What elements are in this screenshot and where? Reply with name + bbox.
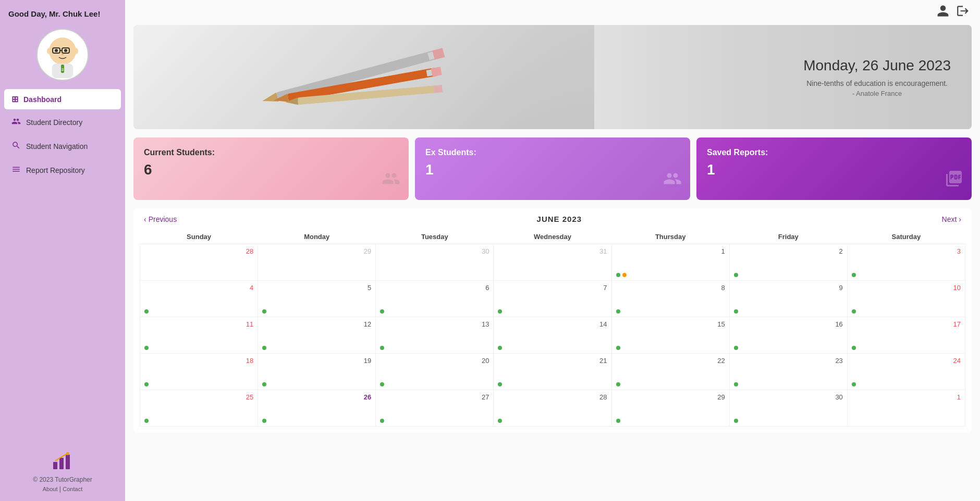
- student-directory-icon: [11, 117, 21, 128]
- calendar-cell[interactable]: 16: [729, 317, 847, 354]
- calendar-cell[interactable]: 1: [611, 244, 729, 281]
- calendar-cell[interactable]: 31: [494, 244, 611, 281]
- calendar-dot: [262, 346, 266, 350]
- footer-contact-link[interactable]: Contact: [63, 486, 82, 492]
- calendar-dot: [734, 382, 738, 386]
- calendar-day-number: 7: [603, 284, 607, 292]
- avatar: 3: [36, 29, 89, 81]
- calendar-dot: [622, 273, 627, 277]
- calendar-day-header: Sunday: [140, 230, 258, 244]
- calendar-dot: [144, 346, 149, 350]
- calendar-dot: [262, 309, 266, 314]
- calendar-dot: [852, 273, 856, 277]
- sidebar-item-dashboard[interactable]: ⊞ Dashboard: [4, 89, 121, 109]
- banner-text: Monday, 26 June 2023 Nine-tenths of educ…: [803, 57, 951, 97]
- calendar-cell[interactable]: 1: [847, 390, 965, 427]
- calendar-dot: [616, 309, 620, 314]
- report-repository-icon: [11, 165, 21, 176]
- calendar-day-header: Friday: [729, 230, 847, 244]
- calendar-next-button[interactable]: Next ›: [942, 215, 961, 223]
- calendar-next-label: Next: [942, 215, 957, 223]
- calendar-cell[interactable]: 12: [258, 317, 376, 354]
- calendar-cell[interactable]: 9: [729, 281, 847, 317]
- sidebar-item-student-directory[interactable]: Student Directory: [4, 111, 121, 133]
- sidebar-item-student-navigation[interactable]: Student Navigation: [4, 135, 121, 157]
- calendar-day-number: 15: [717, 320, 725, 328]
- stat-card-ex-students: Ex Students: 1: [415, 137, 690, 200]
- calendar-cell[interactable]: 3: [847, 244, 965, 281]
- calendar-cell[interactable]: 14: [494, 317, 611, 354]
- calendar-day-header: Tuesday: [376, 230, 494, 244]
- calendar-dot: [616, 419, 620, 423]
- calendar-cell[interactable]: 15: [611, 317, 729, 354]
- calendar-cell[interactable]: 13: [376, 317, 494, 354]
- calendar-day-number: 22: [717, 357, 725, 365]
- calendar-cell[interactable]: 4: [140, 281, 258, 317]
- sidebar-item-report-repository[interactable]: Report Repository: [4, 159, 121, 181]
- calendar-cell[interactable]: 2: [729, 244, 847, 281]
- logo-icon: [8, 452, 117, 474]
- calendar-dot: [380, 309, 384, 314]
- calendar-week-row: 28293031123: [140, 244, 965, 281]
- calendar-cell[interactable]: 17: [847, 317, 965, 354]
- calendar-cell[interactable]: 10: [847, 281, 965, 317]
- calendar-cell[interactable]: 6: [376, 281, 494, 317]
- calendar-cell[interactable]: 28: [494, 390, 611, 427]
- svg-rect-12: [53, 462, 57, 469]
- calendar-dot: [852, 309, 856, 314]
- calendar-day-number: 27: [482, 393, 489, 401]
- calendar-cell[interactable]: 8: [611, 281, 729, 317]
- svg-point-7: [47, 48, 51, 54]
- calendar-cell[interactable]: 27: [376, 390, 494, 427]
- calendar-dot: [144, 382, 149, 386]
- calendar-dot: [144, 419, 149, 423]
- calendar-cell[interactable]: 23: [729, 354, 847, 390]
- calendar-cell[interactable]: 20: [376, 354, 494, 390]
- svg-rect-26: [434, 85, 443, 93]
- calendar-day-number: 28: [599, 393, 607, 401]
- calendar-dot: [498, 346, 502, 350]
- calendar-cell[interactable]: 24: [847, 354, 965, 390]
- calendar-grid: SundayMondayTuesdayWednesdayThursdayFrid…: [140, 230, 965, 427]
- calendar-dot: [380, 419, 384, 423]
- calendar-cell[interactable]: 7: [494, 281, 611, 317]
- calendar-dot: [262, 419, 266, 423]
- calendar-cell[interactable]: 18: [140, 354, 258, 390]
- calendar-prev-button[interactable]: ‹ Previous: [144, 215, 177, 223]
- calendar-day-number: 23: [835, 357, 842, 365]
- calendar-cell[interactable]: 28: [140, 244, 258, 281]
- calendar-cell[interactable]: 26: [258, 390, 376, 427]
- calendar-dot: [380, 382, 384, 386]
- calendar-cell[interactable]: 5: [258, 281, 376, 317]
- svg-point-4: [55, 49, 58, 52]
- calendar-cell[interactable]: 25: [140, 390, 258, 427]
- chevron-right-icon: ›: [959, 215, 961, 223]
- calendar-cell[interactable]: 19: [258, 354, 376, 390]
- calendar-dot: [734, 419, 738, 423]
- calendar-cell[interactable]: 21: [494, 354, 611, 390]
- chevron-left-icon: ‹: [144, 215, 146, 223]
- calendar-cell[interactable]: 30: [729, 390, 847, 427]
- logout-icon[interactable]: [956, 4, 970, 21]
- calendar-cell[interactable]: 29: [258, 244, 376, 281]
- calendar-day-number: 8: [721, 284, 725, 292]
- stat-card-current-students: Current Students: 6: [133, 137, 409, 200]
- calendar-cell[interactable]: 30: [376, 244, 494, 281]
- account-icon[interactable]: [936, 4, 950, 21]
- sidebar-item-dashboard-label: Dashboard: [23, 95, 62, 104]
- calendar-day-number: 11: [246, 320, 253, 328]
- calendar-week-row: 2526272829301: [140, 390, 965, 427]
- calendar-dot: [734, 346, 738, 350]
- calendar-cell[interactable]: 11: [140, 317, 258, 354]
- svg-rect-14: [66, 455, 70, 469]
- sidebar-item-student-directory-label: Student Directory: [26, 118, 82, 127]
- sidebar-item-report-repository-label: Report Repository: [26, 166, 85, 174]
- stat-label-saved-reports: Saved Reports:: [707, 148, 961, 157]
- footer-about-link[interactable]: About: [43, 486, 58, 492]
- calendar-cell[interactable]: 22: [611, 354, 729, 390]
- svg-point-6: [62, 54, 64, 55]
- calendar-cell[interactable]: 29: [611, 390, 729, 427]
- stat-label-ex-students: Ex Students:: [425, 148, 680, 157]
- svg-point-8: [74, 48, 78, 54]
- calendar-day-number: 5: [368, 284, 371, 292]
